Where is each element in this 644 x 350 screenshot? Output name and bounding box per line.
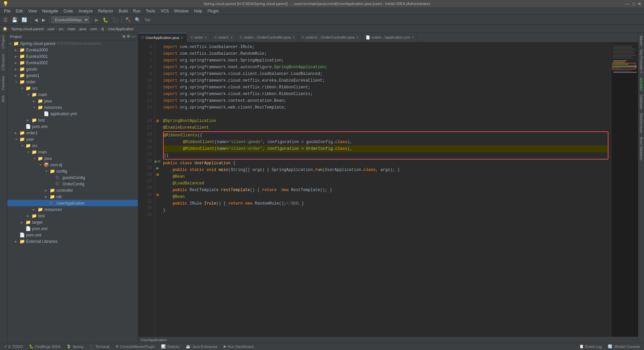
toolbar-forward-button[interactable]: ▶ xyxy=(41,16,47,23)
breadcrumb-com[interactable]: com xyxy=(90,27,97,31)
minimize-button[interactable]: — xyxy=(625,1,630,6)
tree-item-order-java[interactable]: ▶ 📁 java xyxy=(7,98,138,104)
menu-plugin[interactable]: Plugin xyxy=(205,8,221,14)
bottom-tab-jrebel[interactable]: 🔄 JRebel Console xyxy=(605,344,643,349)
tree-item-user-src[interactable]: ▼ 📁 src xyxy=(7,142,138,149)
breadcrumb-main[interactable]: main xyxy=(67,27,75,31)
bottom-tab-event-log[interactable]: 📋 Event Log xyxy=(577,344,605,349)
side-tab-web[interactable]: Web xyxy=(1,93,6,105)
right-tab-database[interactable]: Database xyxy=(639,93,644,111)
menu-navigate[interactable]: Navigate xyxy=(40,8,61,14)
toolbar-stop-button[interactable]: ⬛ xyxy=(111,16,119,23)
tree-item-config[interactable]: ▼ 📁 config xyxy=(7,168,138,174)
toolbar-back-button[interactable]: ◀ xyxy=(33,16,39,23)
tree-item-application-yml[interactable]: ▶ 📄 application.yml xyxy=(7,111,138,117)
tree-item-user-test[interactable]: ▶ 📁 test xyxy=(7,213,138,219)
tree-item-orderconfig[interactable]: ▶ © OrderConfig xyxy=(7,181,138,187)
toolbar-search-button[interactable]: 🔍 xyxy=(133,16,142,23)
right-tab-key-promoter[interactable]: Key Promoter X xyxy=(639,48,644,75)
breadcrumb-src[interactable]: src xyxy=(59,27,64,31)
tree-item-order-main[interactable]: ▼ 📁 main xyxy=(7,91,138,98)
tab-order1-controller[interactable]: © order1\...\OrderController.java ✕ xyxy=(299,33,363,42)
close-button[interactable]: ✕ xyxy=(638,1,641,6)
bottom-tab-run-dashboard[interactable]: ▶ Run Dashboard xyxy=(221,344,256,349)
menu-window[interactable]: Window xyxy=(171,8,191,14)
tab-application-yml[interactable]: 📄 order\...\application.yml ✕ xyxy=(362,33,418,42)
right-tab-maven[interactable]: Maven xyxy=(639,34,644,47)
maximize-button[interactable]: □ xyxy=(632,1,635,6)
tree-item-goodsconfig[interactable]: ▶ © goodsConfig xyxy=(7,174,138,181)
bottom-tab-spring[interactable]: 🍃 Spring xyxy=(64,344,86,349)
bottom-tab-maven-plugin[interactable]: ⚙ ConsoleMavenPlugin xyxy=(113,344,158,349)
tree-item-user-pom[interactable]: ▶ 📄 pom.xml xyxy=(7,225,138,232)
breadcrumb-root[interactable]: 🏠 xyxy=(3,27,7,31)
menu-refactor[interactable]: Refactor xyxy=(96,8,116,14)
tree-item-eureka3002[interactable]: ▶ 📁 Eureka3002 xyxy=(7,59,138,66)
breadcrumb-project[interactable]: Spring-cloud-parent xyxy=(11,27,44,31)
menu-vcs[interactable]: VCS xyxy=(158,8,172,14)
bottom-tab-java-enterprise[interactable]: ☕ Java Enterprise xyxy=(183,344,220,349)
tree-item-order[interactable]: ▼ 📁 order xyxy=(7,79,138,85)
side-tab-project[interactable]: 1:Project xyxy=(1,33,6,51)
menu-analyze[interactable]: Analyze xyxy=(76,8,96,14)
tab-close-order1[interactable]: ✕ xyxy=(230,36,233,39)
tree-item-controller[interactable]: ▶ 📁 controller xyxy=(7,187,138,193)
toolbar-sync-button[interactable]: 🔄 xyxy=(20,16,29,23)
tree-item-eureka3001[interactable]: ▶ 📁 Eureka3001 xyxy=(7,53,138,59)
tab-close-order[interactable]: ✕ xyxy=(204,36,207,39)
tree-item-util[interactable]: ▶ 📁 util xyxy=(7,193,138,200)
breadcrumb-user[interactable]: user xyxy=(48,27,55,31)
tree-item-goods[interactable]: ▶ 📁 goods xyxy=(7,66,138,72)
menu-build[interactable]: Build xyxy=(116,8,130,14)
toolbar-save-button[interactable]: 💾 xyxy=(10,16,19,23)
tab-close[interactable]: ✕ xyxy=(180,36,183,40)
tree-item-user-target[interactable]: ▶ 📁 target xyxy=(7,219,138,225)
right-tab-rest[interactable]: RestServices xyxy=(639,112,644,134)
tree-item-root[interactable]: ▼ 📁 Spring-cloud-parent H:\CSDN\Spring-c… xyxy=(7,40,138,47)
tree-item-external-libraries[interactable]: ▶ 📁 External Libraries xyxy=(7,238,138,245)
tree-item-user-resources[interactable]: ▶ 📁 resources xyxy=(7,206,138,213)
tab-close-oc[interactable]: ✕ xyxy=(292,36,295,39)
project-collapse-all[interactable]: ⊞ xyxy=(122,34,125,39)
breadcrumb-file[interactable]: UserApplication xyxy=(108,27,133,31)
tree-item-userapplication[interactable]: ▶ © UserApplication xyxy=(7,200,138,206)
menu-edit[interactable]: Edit xyxy=(13,8,25,14)
tree-item-order-resources[interactable]: ▼ 📁 resources xyxy=(7,104,138,111)
tree-item-user-main[interactable]: ▼ 📁 main xyxy=(7,149,138,155)
right-tab-aixcoder[interactable]: aiXcoder xyxy=(639,76,644,92)
tree-item-user[interactable]: ▼ 📁 user xyxy=(7,136,138,142)
tree-item-user-java[interactable]: ▼ 📁 java xyxy=(7,155,138,162)
breadcrumb-java[interactable]: java xyxy=(79,27,86,31)
code-content[interactable]: import com.netflix.loadbalancer.IRule; i… xyxy=(160,42,611,337)
project-close[interactable]: — xyxy=(131,34,135,39)
toolbar-run-button[interactable]: ▶ xyxy=(94,16,100,23)
menu-file[interactable]: File xyxy=(1,8,13,14)
bottom-tab-findbugs[interactable]: 🐛 FindBugs-IDEA xyxy=(26,344,63,349)
tab-close-yml[interactable]: ✕ xyxy=(411,36,414,39)
tree-item-eureka3000[interactable]: ▶ 📁 Eureka3000 xyxy=(7,47,138,53)
bottom-tab-terminal[interactable]: ⬛ Terminal xyxy=(87,344,112,349)
tree-item-goods1[interactable]: ▶ 📁 goods1 xyxy=(7,72,138,79)
bottom-tab-todo[interactable]: ✓ 6: TODO xyxy=(1,344,26,349)
tree-item-order1[interactable]: ▶ 📁 order1 xyxy=(7,130,138,136)
tab-order[interactable]: © order ✕ xyxy=(187,33,211,42)
run-config-dropdown[interactable]: Eureka3000App xyxy=(51,16,89,23)
toolbar-build-button[interactable]: 🔨 xyxy=(124,16,132,23)
menu-run[interactable]: Run xyxy=(130,8,143,14)
toolbar-debug-button[interactable]: 🐛 xyxy=(101,16,110,23)
side-tab-favorites[interactable]: Favorites xyxy=(1,73,6,92)
side-tab-structure[interactable]: 2:Structure xyxy=(1,51,6,73)
tree-item-order-pom[interactable]: ▶ 📄 pom.xml xyxy=(7,123,138,130)
bottom-tab-statistic[interactable]: 📊 Statistic xyxy=(158,344,183,349)
tab-order-controller[interactable]: © order\...\OrderController.java ✕ xyxy=(236,33,299,42)
tree-item-com-dj[interactable]: ▼ 📦 com.dj xyxy=(7,162,138,168)
tree-item-root-pom[interactable]: ▶ 📄 pom.xml xyxy=(7,232,138,238)
window-controls[interactable]: — □ ✕ xyxy=(625,1,641,6)
menu-tools[interactable]: Tools xyxy=(143,8,158,14)
tab-userapplication[interactable]: © UserApplication.java ✕ xyxy=(138,33,187,42)
project-settings[interactable]: ⚙ xyxy=(127,34,130,39)
tab-close-o1c[interactable]: ✕ xyxy=(356,36,359,39)
menu-help[interactable]: Help xyxy=(191,8,205,14)
tab-order1[interactable]: © order1 ✕ xyxy=(211,33,236,42)
toolbar-menu-button[interactable]: ☰ xyxy=(2,16,9,23)
